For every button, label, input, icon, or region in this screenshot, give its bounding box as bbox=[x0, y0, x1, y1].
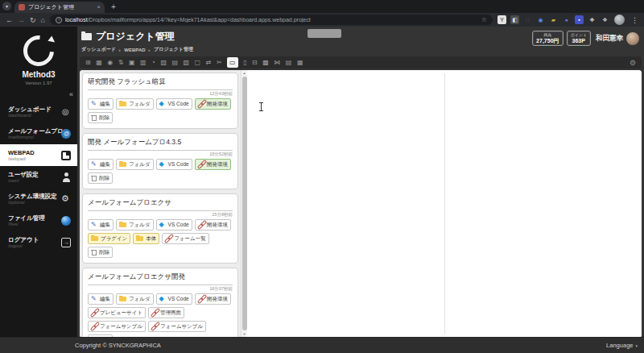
trash-button[interactable]: 削除 bbox=[88, 112, 113, 123]
url-bar[interactable]: localhost/Dropbox/mailformpro/apps/14/?k… bbox=[50, 15, 493, 25]
folder-button[interactable]: プラグイン bbox=[88, 233, 130, 244]
list-icon[interactable]: ▤ bbox=[171, 57, 178, 68]
breadcrumb-item[interactable]: プロジェクト管理 bbox=[154, 46, 193, 53]
bar-icon[interactable]: ▯ bbox=[243, 57, 246, 68]
folder-button[interactable]: フォルダ bbox=[116, 98, 154, 110]
extension-folder-icon[interactable]: ▰ bbox=[549, 15, 558, 24]
link-button[interactable]: フォームサンプル bbox=[88, 321, 146, 332]
pin-icon[interactable]: ◉ bbox=[107, 57, 113, 68]
sidebar-item-logout[interactable]: ログアウト/logout/ bbox=[0, 231, 77, 253]
user-name: 和田憲幸 bbox=[596, 34, 623, 44]
minus-box-icon[interactable]: ⊟ bbox=[252, 57, 258, 68]
calendar-icon[interactable]: ▨ bbox=[160, 57, 167, 68]
back-button[interactable]: ← bbox=[6, 16, 13, 24]
extension-blue-icon[interactable]: ▪ bbox=[575, 15, 584, 24]
project-card[interactable]: 研究開発 フラッシュ暗算12分43秒前編集フォルダVS Code開発環境削除 bbox=[82, 73, 238, 129]
project-card[interactable]: メールフォームプロエクサ15分8秒前編集フォルダVS Code開発環境プラグイン… bbox=[82, 193, 238, 264]
link-button[interactable]: フォームサンプル bbox=[148, 321, 206, 332]
sidebar-item-dashboard[interactable]: ダッシュボード/dashboard/ bbox=[0, 101, 77, 123]
link-button[interactable]: フォーム一覧 bbox=[162, 233, 208, 244]
reading-list-icon[interactable]: ❖ bbox=[601, 15, 609, 24]
extension-dots-icon[interactable]: ∷ bbox=[523, 15, 532, 24]
browser-profile-avatar[interactable] bbox=[614, 15, 625, 25]
scrollbar-thumb[interactable] bbox=[242, 77, 247, 330]
sidebar-item-mailformpro[interactable]: メールフォームプロ/mailformpro/ bbox=[0, 123, 77, 144]
forward-button[interactable]: → bbox=[18, 16, 25, 24]
edit-button[interactable]: 編集 bbox=[88, 159, 114, 170]
browser-menu-icon[interactable]: ⋮ bbox=[631, 16, 638, 24]
app-version: Version 1.97 bbox=[0, 81, 77, 85]
user-avatar[interactable] bbox=[626, 32, 639, 45]
link-button[interactable]: 管理画面 bbox=[148, 307, 184, 318]
swap-icon[interactable]: ⇄ bbox=[206, 57, 212, 68]
vscode-button[interactable]: VS Code bbox=[156, 219, 192, 230]
scroll-up-icon[interactable]: ▲ bbox=[243, 70, 246, 76]
extension-box-icon[interactable]: ◧ bbox=[510, 15, 519, 24]
browser-tab[interactable]: プロジェクト管理 × bbox=[14, 2, 105, 13]
edit-button[interactable]: 編集 bbox=[88, 219, 114, 230]
breadcrumb-item[interactable]: ダッシュボード bbox=[81, 46, 116, 53]
vscode-button[interactable]: VS Code bbox=[156, 159, 192, 170]
link-button[interactable]: 開発環境 bbox=[195, 293, 231, 305]
folder-icon bbox=[136, 235, 144, 243]
folder-button[interactable]: フォルダ bbox=[116, 219, 154, 230]
language-selector[interactable]: Language ▾ bbox=[606, 342, 638, 349]
printer-icon[interactable]: ▦ bbox=[297, 57, 303, 68]
hourglass-icon[interactable]: ⋈ bbox=[274, 57, 280, 68]
button-label: プレビューサイト bbox=[100, 309, 142, 317]
sidebar-item-user-settings[interactable]: ユーザ設定/user/ bbox=[0, 166, 77, 188]
new-tab-button[interactable]: + bbox=[111, 3, 116, 11]
grid-icon[interactable]: ⊞ bbox=[85, 57, 91, 68]
frame-icon[interactable]: ▢ bbox=[195, 57, 201, 68]
extensions-puzzle-icon[interactable]: ✚ bbox=[588, 15, 597, 24]
table-icon[interactable]: ▦ bbox=[96, 57, 102, 68]
clock-icon[interactable]: ◔ bbox=[151, 57, 155, 68]
sidebar-item-webpad[interactable]: WEBPAD/webpad/ bbox=[0, 144, 77, 166]
extension-purple-icon[interactable]: ● bbox=[562, 15, 571, 24]
project-card[interactable]: メールフォームプロエクサ開発16分37秒前編集フォルダVS Code開発環境プレ… bbox=[82, 268, 238, 337]
mail-icon bbox=[61, 129, 71, 139]
link-button[interactable]: 開発環境 bbox=[195, 98, 231, 110]
edit-button[interactable]: 編集 bbox=[88, 98, 114, 110]
edit-button[interactable]: 編集 bbox=[88, 293, 114, 305]
link-button[interactable]: 開発環境 bbox=[195, 219, 231, 230]
balance-value: 27,750円 bbox=[536, 37, 559, 44]
folder-button[interactable]: 本体 bbox=[133, 233, 159, 244]
project-card[interactable]: 開発 メールフォームプロ4.3.515分52秒前編集フォルダVS Code開発環… bbox=[82, 133, 238, 189]
link-button[interactable]: プレビューサイト bbox=[88, 307, 146, 318]
sidebar-item-system-settings[interactable]: システム環境設定/options/ bbox=[0, 188, 77, 210]
vscode-button[interactable]: VS Code bbox=[156, 293, 192, 305]
sidebar-item-file-manager[interactable]: ファイル管理/files/ bbox=[0, 210, 77, 231]
link-button[interactable]: 開発環境 bbox=[195, 159, 231, 170]
box-icon[interactable]: ▣ bbox=[129, 57, 135, 68]
home-button[interactable]: ⌂ bbox=[41, 16, 45, 24]
sort-icon[interactable]: ⇅ bbox=[118, 57, 124, 68]
editor-panel[interactable] bbox=[247, 70, 642, 337]
folder-button[interactable]: フォルダ bbox=[116, 159, 154, 170]
active-window-icon[interactable]: ▭ bbox=[227, 57, 238, 68]
button-label: フォルダ bbox=[129, 221, 151, 229]
site-info-icon[interactable] bbox=[56, 17, 62, 23]
toolbar-settings-gear-icon[interactable]: ⚙ bbox=[630, 59, 636, 67]
trash-button[interactable]: 削除 bbox=[88, 247, 113, 258]
extension-y-icon[interactable]: Y bbox=[497, 15, 506, 24]
rows-icon[interactable]: ▤ bbox=[286, 57, 292, 68]
image-icon[interactable]: ▧ bbox=[184, 57, 190, 68]
tab-close-icon[interactable]: × bbox=[97, 4, 101, 10]
bookmark-star-icon[interactable]: ☆ bbox=[481, 16, 487, 23]
trash-button[interactable]: 削除 bbox=[88, 172, 113, 184]
folder-button[interactable]: フォルダ bbox=[116, 293, 154, 305]
tab-search-button[interactable]: ▾ bbox=[2, 2, 11, 10]
app-name: Method3 bbox=[0, 70, 77, 79]
columns-icon[interactable]: ▥ bbox=[140, 57, 147, 68]
points-badge: ポイント 363P bbox=[567, 31, 591, 46]
vscode-button[interactable]: VS Code bbox=[156, 98, 192, 110]
cut-icon[interactable]: ✂ bbox=[217, 57, 222, 68]
pattern-icon[interactable]: ▩ bbox=[262, 57, 269, 68]
list-scrollbar[interactable]: ▲ ▼ bbox=[241, 70, 247, 337]
sidebar-collapse-icon[interactable]: « bbox=[0, 90, 77, 98]
extension-target-icon[interactable]: ◉ bbox=[536, 15, 545, 24]
breadcrumb-item[interactable]: WEBPAD bbox=[124, 48, 145, 52]
scroll-down-icon[interactable]: ▼ bbox=[243, 331, 246, 337]
reload-button[interactable]: ↻ bbox=[30, 16, 36, 24]
